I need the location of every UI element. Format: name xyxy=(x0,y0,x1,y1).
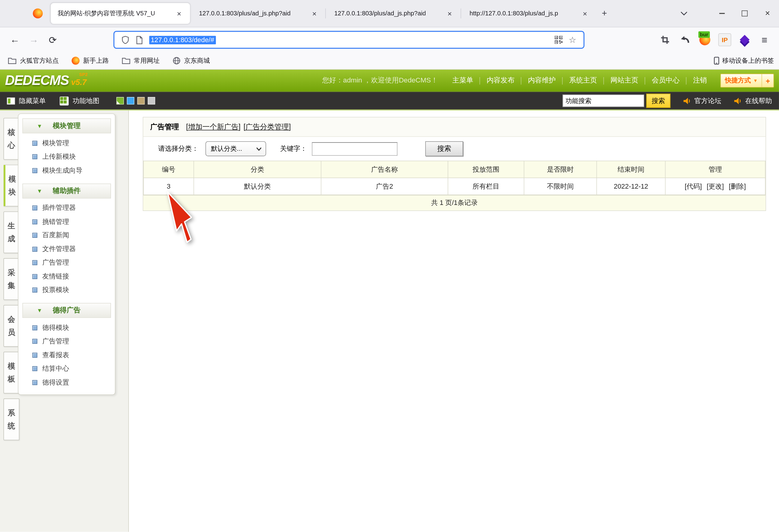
tab-1[interactable]: 我的网站-织梦内容管理系统 V57_U × xyxy=(51,3,190,24)
page-info-icon[interactable] xyxy=(132,33,146,47)
bullet-icon xyxy=(32,233,37,238)
function-map-button[interactable]: 功能地图 xyxy=(60,96,99,105)
bullet-icon xyxy=(32,247,37,252)
sidebar-item-dede-module[interactable]: 德得模块 xyxy=(18,321,115,335)
section-dede-ads[interactable]: ▼ 德得广告 xyxy=(22,303,111,318)
shield-icon[interactable] xyxy=(118,33,132,47)
minimize-button[interactable] xyxy=(710,0,733,27)
menu-site-home[interactable]: 网站主页 xyxy=(604,76,645,85)
window-close-button[interactable]: × xyxy=(756,0,779,27)
sidebar-tab-system[interactable]: 系统 xyxy=(3,399,19,440)
theme-gray-swatch[interactable] xyxy=(148,97,155,104)
menu-main[interactable]: 主菜单 xyxy=(446,76,480,85)
menu-maintain[interactable]: 内容维护 xyxy=(522,76,562,85)
new-tab-button[interactable]: + xyxy=(596,5,613,22)
sidebar-item-baidu-news[interactable]: 百度新闻 xyxy=(18,229,115,242)
bookmark-folder-firefox[interactable]: 火狐官方站点 xyxy=(8,56,59,65)
address-bar[interactable]: 127.0.0.1:803/dede/# ☆ xyxy=(114,31,585,49)
stylus-extension-icon[interactable] xyxy=(736,32,753,48)
proxy-extension-icon[interactable]: bur xyxy=(697,32,713,48)
sidebar-tab-template[interactable]: 模板 xyxy=(3,352,19,394)
bookmark-getting-started[interactable]: 新手上路 xyxy=(72,56,109,65)
search-button[interactable]: 搜索 xyxy=(425,141,463,156)
theme-green-swatch[interactable] xyxy=(116,97,124,104)
close-icon[interactable]: × xyxy=(308,7,320,19)
bullet-icon xyxy=(32,339,37,344)
sidebar-tab-core[interactable]: 核心 xyxy=(3,118,19,160)
code-link[interactable]: [代码] xyxy=(684,182,702,190)
table-header-row: 编号 分类 广告名称 投放范围 是否限时 结束时间 管理 xyxy=(143,161,765,178)
ip-extension-icon[interactable]: IP xyxy=(716,32,733,48)
menu-publish[interactable]: 内容发布 xyxy=(480,76,521,85)
shortcut-button[interactable]: 快捷方式▼ xyxy=(721,74,762,87)
hide-menu-button[interactable]: 隐藏菜单 xyxy=(7,96,46,105)
reload-button[interactable]: ⟳ xyxy=(45,32,61,48)
grid-icon xyxy=(60,96,69,105)
menu-logout[interactable]: 注销 xyxy=(687,76,713,85)
sidebar-tab-module[interactable]: 模块 xyxy=(3,165,19,206)
function-search-input[interactable] xyxy=(563,95,644,107)
menu-system-home[interactable]: 系统主页 xyxy=(563,76,604,85)
bullet-icon xyxy=(32,219,37,224)
sidebar-tab-collect[interactable]: 采集 xyxy=(3,258,19,300)
sidebar-item-friend-links[interactable]: 友情链接 xyxy=(18,270,115,283)
cms-header: DEDECMS v5.7 SP2 您好：admin ，欢迎使用DedeCMS！ … xyxy=(0,69,779,92)
theme-blue-swatch[interactable] xyxy=(127,97,134,104)
col-category: 分类 xyxy=(194,161,321,178)
tab-title: 我的网站-织梦内容管理系统 V57_U xyxy=(58,9,173,17)
sidebar-item-dede-settings[interactable]: 德得设置 xyxy=(18,376,115,389)
close-icon[interactable]: × xyxy=(444,7,456,19)
function-search-button[interactable]: 搜索 xyxy=(646,94,670,108)
sp2-label: SP2 xyxy=(79,72,88,77)
official-forum-link[interactable]: 官方论坛 xyxy=(683,96,721,105)
cms-header-menu: 您好：admin ，欢迎使用DedeCMS！ 主菜单 内容发布 内容维护 系统主… xyxy=(322,73,779,87)
maximize-button[interactable] xyxy=(733,0,756,27)
edit-link[interactable]: [更改] xyxy=(707,182,724,190)
bookmark-star-icon[interactable]: ☆ xyxy=(565,33,579,47)
sidebar-tab-member[interactable]: 会员 xyxy=(3,305,19,347)
sidebar-item-module-wizard[interactable]: 模块生成向导 xyxy=(18,164,115,177)
qr-code-icon[interactable] xyxy=(552,33,565,47)
sidebar-tab-generate[interactable]: 生成 xyxy=(3,212,19,253)
undo-arrow-icon[interactable] xyxy=(676,32,694,48)
url-text[interactable]: 127.0.0.1:803/dede/# xyxy=(149,36,216,44)
sidebar-item-module-manage[interactable]: 模块管理 xyxy=(18,136,115,150)
forward-button[interactable]: → xyxy=(26,32,42,48)
shortcut-add-button[interactable]: + xyxy=(762,74,773,87)
category-select[interactable]: 默认分类... xyxy=(205,141,266,156)
mobile-bookmarks[interactable]: 移动设备上的书签 xyxy=(714,56,774,65)
section-module-manage[interactable]: ▼ 模块管理 xyxy=(22,118,111,133)
tab-4[interactable]: http://127.0.0.1:803/plus/ad_js.p × xyxy=(461,3,596,24)
bookmark-folder-common[interactable]: 常用网址 xyxy=(122,56,160,65)
bullet-icon xyxy=(32,353,37,358)
sidebar-item-view-report[interactable]: 查看报表 xyxy=(18,348,115,362)
sidebar-item-upload-module[interactable]: 上传新模块 xyxy=(18,150,115,163)
screenshot-crop-icon[interactable] xyxy=(657,32,673,48)
sidebar-item-ad-manage[interactable]: 广告管理 xyxy=(18,256,115,270)
keyword-input[interactable] xyxy=(312,142,398,156)
chevron-down-icon: ▼ xyxy=(37,307,43,313)
sidebar-item-dede-ad-manage[interactable]: 广告管理 xyxy=(18,335,115,348)
online-help-link[interactable]: 在线帮助 xyxy=(734,96,772,105)
sidebar-item-settle-center[interactable]: 结算中心 xyxy=(18,362,115,375)
delete-link[interactable]: [删除] xyxy=(729,182,746,190)
menu-member-center[interactable]: 会员中心 xyxy=(645,76,686,85)
add-new-ad-link[interactable]: [增加一个新广告] xyxy=(186,122,241,132)
menu-icon[interactable]: ≡ xyxy=(756,32,773,48)
pagination-summary: 共 1 页/1条记录 xyxy=(143,195,766,211)
sidebar-item-error-manage[interactable]: 挑错管理 xyxy=(18,215,115,228)
close-icon[interactable]: × xyxy=(579,7,591,19)
list-tabs-button[interactable] xyxy=(676,5,693,22)
theme-tan-swatch[interactable] xyxy=(137,97,144,104)
firefox-icon xyxy=(72,57,80,65)
ad-category-manage-link[interactable]: [广告分类管理] xyxy=(244,122,291,132)
bookmark-jd[interactable]: 京东商城 xyxy=(173,56,210,65)
tab-3[interactable]: 127.0.0.1:803/plus/ad_js.php?aid × xyxy=(325,3,461,24)
tab-2[interactable]: 127.0.0.1:803/plus/ad_js.php?aid × xyxy=(190,3,325,24)
section-aux-plugins[interactable]: ▼ 辅助插件 xyxy=(22,183,111,198)
close-icon[interactable]: × xyxy=(173,7,185,19)
sidebar-item-plugin-manager[interactable]: 插件管理器 xyxy=(18,201,115,215)
sidebar-item-file-manager[interactable]: 文件管理器 xyxy=(18,242,115,256)
sidebar-item-vote-module[interactable]: 投票模块 xyxy=(18,283,115,297)
back-button[interactable]: ← xyxy=(7,32,23,48)
